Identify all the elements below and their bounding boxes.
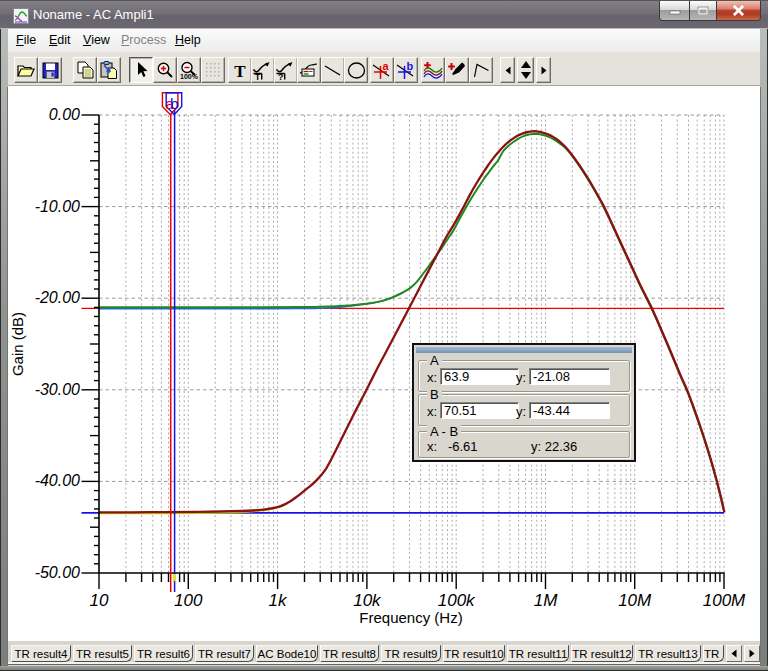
svg-text:0.00: 0.00 — [49, 106, 80, 123]
svg-text:-40.00: -40.00 — [35, 472, 80, 489]
svg-text:100: 100 — [174, 591, 203, 610]
svg-text:a: a — [383, 61, 390, 72]
svg-text:T: T — [234, 62, 246, 79]
svg-text:-50.00: -50.00 — [35, 564, 80, 581]
svg-text:100M: 100M — [703, 591, 746, 610]
svg-text:1k: 1k — [269, 591, 288, 610]
svg-text:-30.00: -30.00 — [35, 381, 80, 398]
svg-text:Frequency (Hz): Frequency (Hz) — [359, 609, 462, 626]
svg-text:-10.00: -10.00 — [35, 198, 80, 215]
svg-text:10k: 10k — [353, 591, 382, 610]
svg-text:b: b — [170, 95, 179, 112]
svg-text:Gain (dB): Gain (dB) — [9, 312, 26, 376]
svg-text:10: 10 — [90, 591, 109, 610]
svg-text:T: T — [255, 72, 261, 80]
svg-text:?: ? — [278, 72, 284, 80]
svg-text:-20.00: -20.00 — [35, 289, 80, 306]
svg-text:10M: 10M — [618, 591, 652, 610]
svg-text:100%: 100% — [180, 73, 199, 80]
svg-text:100k: 100k — [438, 591, 476, 610]
svg-text:1M: 1M — [534, 591, 558, 610]
svg-text:b: b — [407, 61, 414, 72]
